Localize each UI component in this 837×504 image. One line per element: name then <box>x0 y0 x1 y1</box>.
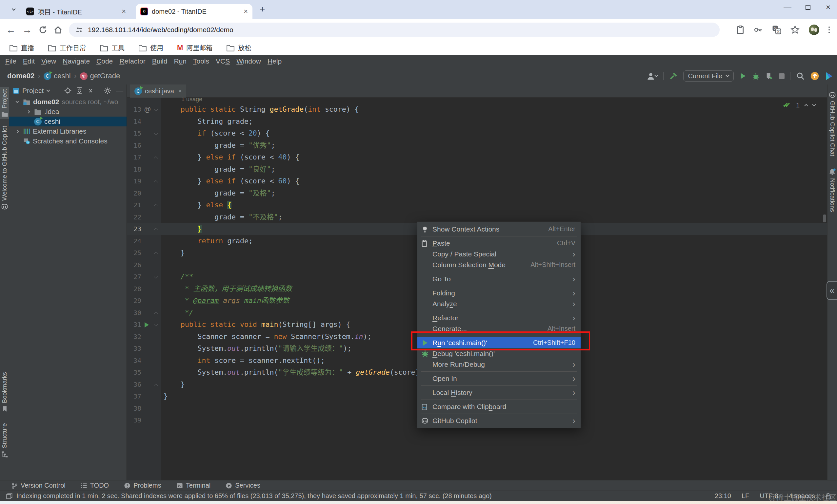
tree-item-idea[interactable]: .idea <box>9 107 127 117</box>
sidebar-item-structure[interactable]: Structure <box>0 421 9 460</box>
fold-marker-icon[interactable] <box>155 108 158 112</box>
fold-marker-icon[interactable] <box>155 311 158 315</box>
hide-minus-icon[interactable]: — <box>116 89 123 92</box>
bookmark-阿里邮箱[interactable]: M阿里邮箱 <box>177 43 212 52</box>
passwords-icon[interactable] <box>754 25 763 34</box>
editor-scrollbar-thumb[interactable] <box>823 214 826 222</box>
menu-code[interactable]: Code <box>93 57 116 65</box>
chevron-down-icon[interactable] <box>47 88 50 92</box>
fold-marker-icon[interactable] <box>155 227 158 231</box>
clipboard-icon[interactable] <box>736 25 745 34</box>
context-menu-folding[interactable]: Folding› <box>417 287 581 298</box>
context-menu-go-to[interactable]: Go To› <box>417 274 581 284</box>
stop-icon[interactable] <box>779 73 785 79</box>
chevron-right-icon[interactable] <box>14 130 20 133</box>
tree-item-ceshi[interactable]: Cceshi <box>9 117 127 126</box>
editor-tab-ceshi-java[interactable]: C ceshi.java × <box>130 85 186 98</box>
translate-icon[interactable]: G文 <box>772 25 781 34</box>
breadcrumb-ceshi[interactable]: Cceshi <box>43 72 71 80</box>
bookmark-工作日常[interactable]: 工作日常 <box>48 43 86 52</box>
next-problem-button[interactable] <box>812 102 816 106</box>
debug-icon[interactable] <box>752 72 760 80</box>
bookmark-使用[interactable]: 使用 <box>138 43 163 52</box>
menu-navigate[interactable]: Navigate <box>59 57 93 65</box>
context-menu-show-context-actions[interactable]: Show Context ActionsAlt+Enter <box>417 224 581 235</box>
fold-marker-icon[interactable] <box>155 323 158 327</box>
chevron-down-icon[interactable] <box>14 101 20 102</box>
gear-icon[interactable] <box>104 87 111 94</box>
close-window-button[interactable]: × <box>824 3 832 12</box>
new-tab-button[interactable]: + <box>260 4 265 14</box>
bookmark-直播[interactable]: 直播 <box>9 43 34 52</box>
tab-search-button[interactable] <box>8 4 19 15</box>
browser-tab-项目-titanide[interactable]: <t>项目 - TitanIDE× <box>22 4 130 19</box>
usages-hint-text[interactable]: 1 usage <box>181 98 202 103</box>
menu-run[interactable]: Run <box>171 57 190 65</box>
context-menu-github-copilot[interactable]: GitHub Copilot› <box>417 415 581 426</box>
expand-all-icon[interactable] <box>76 87 83 94</box>
context-menu-more-run-debug[interactable]: More Run/Debug› <box>417 359 581 370</box>
menu-vcs[interactable]: VCS <box>212 57 233 65</box>
close-tab-icon[interactable]: × <box>122 7 126 16</box>
fold-marker-icon[interactable] <box>155 180 158 183</box>
toolwindow-version-control[interactable]: Version Control <box>11 482 66 489</box>
sidebar-item-welcome-to-github-copilot[interactable]: Welcome to GitHub Copilot <box>0 124 9 212</box>
line-separator[interactable]: LF <box>742 492 749 500</box>
close-tab-icon[interactable]: × <box>244 7 248 16</box>
inspections-widget[interactable]: ✔✔ 1 <box>783 101 815 109</box>
browser-tab-dome02-titanide[interactable]: dome02 - TitanIDE× <box>136 4 252 19</box>
tree-item-scratches-and-consoles[interactable]: Scratches and Consoles <box>9 136 127 146</box>
close-tab-icon[interactable]: × <box>178 88 182 95</box>
run-icon[interactable] <box>739 72 747 79</box>
sidebar-item-github-copilot-chat[interactable]: GitHub Copilot Chat <box>829 92 836 156</box>
toolwindow-problems[interactable]: Problems <box>124 482 161 489</box>
minimize-button[interactable]: — <box>783 3 792 12</box>
menu-edit[interactable]: Edit <box>20 57 38 65</box>
menu-view[interactable]: View <box>38 57 59 65</box>
previous-problem-button[interactable] <box>804 104 808 107</box>
forward-button[interactable]: → <box>22 24 32 35</box>
fold-marker-icon[interactable] <box>155 275 158 279</box>
profiler-icon[interactable] <box>765 72 773 80</box>
sidebar-item-notifications[interactable]: Notifications <box>829 168 836 212</box>
home-button[interactable] <box>54 25 62 34</box>
build-hammer-icon[interactable] <box>669 72 678 80</box>
fold-marker-icon[interactable] <box>155 251 158 255</box>
breadcrumb-getgrade[interactable]: mgetGrade <box>80 72 120 80</box>
update-available-icon[interactable] <box>810 71 819 80</box>
menu-window[interactable]: Window <box>233 57 264 65</box>
url-text[interactable]: 192.168.101.144/ide/web/coding/dome02/de… <box>88 26 233 34</box>
tree-item-external-libraries[interactable]: External Libraries <box>9 126 127 136</box>
ide-logo-icon[interactable] <box>825 72 833 80</box>
fold-marker-icon[interactable] <box>155 203 158 207</box>
toolwindow-todo[interactable]: TODO <box>81 482 109 489</box>
context-menu-local-history[interactable]: Local History› <box>417 387 581 398</box>
locate-icon[interactable] <box>64 87 71 94</box>
context-menu-paste[interactable]: PasteCtrl+V <box>417 238 581 248</box>
menu-build[interactable]: Build <box>149 57 171 65</box>
bookmark-放松[interactable]: 放松 <box>226 43 251 52</box>
address-bar[interactable]: 192.168.101.144/ide/web/coding/dome02/de… <box>69 23 719 37</box>
context-menu-column-selection-mode[interactable]: Column Selection ModeAlt+Shift+Insert <box>417 259 581 270</box>
site-info-icon[interactable] <box>75 26 83 34</box>
chevron-right-icon[interactable] <box>25 111 32 113</box>
avatar-icon[interactable] <box>809 24 819 35</box>
tool-window-collapse-handle[interactable]: « <box>826 281 837 300</box>
sidebar-item-bookmarks[interactable]: Bookmarks <box>0 370 9 414</box>
menu-file[interactable]: File <box>2 57 20 65</box>
fold-marker-icon[interactable] <box>155 132 158 135</box>
menu-refactor[interactable]: Refactor <box>116 57 148 65</box>
toolwindow-terminal[interactable]: Terminal <box>176 482 211 489</box>
run-configuration-select[interactable]: Current File <box>683 70 734 81</box>
fold-marker-icon[interactable] <box>155 155 158 160</box>
search-everywhere-icon[interactable] <box>796 72 804 80</box>
context-menu-compare-with-clipboard[interactable]: Compare with Clipboard <box>417 401 581 412</box>
context-menu-refactor[interactable]: Refactor› <box>417 313 581 323</box>
bookmark-star-icon[interactable] <box>790 25 800 34</box>
sidebar-item-project[interactable]: Project <box>0 87 9 119</box>
collapse-all-icon[interactable] <box>88 87 94 94</box>
menu-tools[interactable]: Tools <box>190 57 212 65</box>
reload-button[interactable] <box>39 25 47 34</box>
context-menu-copy-paste-special[interactable]: Copy / Paste Special› <box>417 248 581 259</box>
project-panel-title[interactable]: Project <box>22 87 43 95</box>
